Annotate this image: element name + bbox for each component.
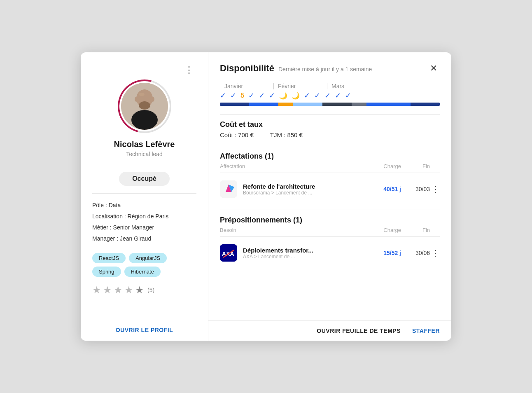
aff-name-0: Refonte de l'architecture (243, 183, 368, 190)
star-count: (5) (147, 287, 154, 293)
aff-more-0[interactable]: ⋮ (430, 184, 440, 194)
cout-value: Coût : 700 € (220, 131, 254, 138)
avatar (121, 83, 168, 130)
info-pole: Pôle : Data (92, 201, 196, 210)
prep-info-0: Déploiements transfor... AXA > Lancement… (243, 247, 368, 260)
week-6: ✓ (269, 91, 275, 100)
divider-2 (92, 193, 196, 194)
week-10: ✓ (314, 91, 320, 100)
th-charge-aff: Charge (368, 163, 401, 169)
info-manager: Manager : Jean Giraud (92, 234, 196, 243)
boursorama-logo (220, 180, 237, 198)
th-besoin: Besoin (220, 227, 368, 233)
more-options-icon[interactable]: ⋮ (182, 64, 196, 76)
calendar-section: Janvier Février Mars ✓ ✓ 5 ✓ ✓ ✓ 🌙 🌙 ✓ ✓… (220, 83, 440, 106)
skills-row: ReactJS AngularJS Spring Hibernate (92, 253, 196, 277)
prep-more-0[interactable]: ⋮ (430, 248, 440, 258)
info-localisation: Localisation : Région de Paris (92, 212, 196, 221)
cout-title: Coût et taux (220, 120, 440, 129)
person-title: Technical lead (126, 151, 163, 157)
profile-card: ⋮ (81, 52, 451, 341)
bar-5 (322, 103, 352, 106)
left-content: ⋮ (81, 52, 208, 319)
axa-logo: AXA (220, 244, 237, 262)
staffer-button[interactable]: STAFFER (412, 328, 440, 334)
right-footer: OUVRIR FEUILLE DE TEMPS STAFFER (208, 320, 451, 341)
left-footer: OUVRIR LE PROFIL (81, 319, 208, 341)
svg-point-3 (131, 110, 158, 130)
prep-sub-0: AXA > Lancement de ... (243, 254, 368, 260)
week-8-moon: 🌙 (292, 92, 300, 100)
star-4: ★ (124, 284, 133, 296)
status-badge: Occupé (119, 172, 170, 186)
tjm-value: TJM : 850 € (270, 131, 303, 138)
th-affectation: Affectation (220, 163, 368, 169)
svg-point-5 (151, 97, 154, 102)
affectations-header: Affectation Charge Fin (220, 163, 440, 173)
color-bar (220, 103, 440, 106)
bar-4 (293, 103, 322, 106)
star-2: ★ (103, 284, 112, 296)
skill-reactjs: ReactJS (92, 253, 126, 263)
avatar-wrap (118, 80, 171, 133)
svg-point-6 (139, 93, 145, 96)
aff-charge-0: 40/51 j (368, 186, 401, 192)
month-janvier: Janvier (220, 83, 273, 89)
prep-title: Prépositionnements (1) (220, 216, 440, 225)
divider-prep (220, 210, 440, 210)
star-1: ★ (92, 284, 101, 296)
month-fevrier: Février (273, 83, 327, 89)
week-12: ✓ (335, 91, 341, 100)
aff-fin-0: 30/03 (401, 186, 430, 192)
week-11: ✓ (324, 91, 331, 100)
last-update: Dernière mise à jour il y a 1 semaine (278, 66, 372, 73)
aff-sub-0: Boursorama > Lancement de ... (243, 190, 368, 196)
left-top-bar: ⋮ (92, 64, 196, 76)
cost-row: Coût : 700 € TJM : 850 € (220, 131, 440, 138)
star-5: ★ (135, 284, 144, 296)
skill-spring: Spring (92, 267, 121, 277)
divider-affectations (220, 146, 440, 146)
week-13: ✓ (345, 91, 351, 100)
right-header: Disponibilité Dernière mise à jour il y … (220, 62, 440, 75)
skill-angularjs: AngularJS (129, 253, 167, 263)
aff-info-0: Refonte de l'architecture Boursorama > L… (243, 183, 368, 196)
th-charge-prep: Charge (368, 227, 401, 233)
info-metier: Métier : Senior Manager (92, 223, 196, 232)
weeks-row: ✓ ✓ 5 ✓ ✓ ✓ 🌙 🌙 ✓ ✓ ✓ ✓ ✓ (220, 91, 440, 100)
th-fin-prep: Fin (401, 227, 430, 233)
week-7-moon: 🌙 (279, 92, 287, 100)
week-2: ✓ (230, 91, 236, 100)
prep-row-0: AXA Déploiements transfor... AXA > Lance… (220, 240, 440, 266)
close-button[interactable]: ✕ (427, 62, 440, 75)
affectations-title: Affectations (1) (220, 152, 440, 161)
open-profile-link[interactable]: OUVRIR LE PROFIL (116, 327, 173, 333)
left-panel: ⋮ (81, 52, 208, 341)
months-row: Janvier Février Mars (220, 83, 440, 89)
prep-charge-0: 15/52 j (368, 250, 401, 256)
cout-section: Coût et taux Coût : 700 € TJM : 850 € (220, 120, 440, 138)
right-panel: Disponibilité Dernière mise à jour il y … (208, 52, 451, 341)
affectation-row-0: Refonte de l'architecture Boursorama > L… (220, 176, 440, 202)
prep-header: Besoin Charge Fin (220, 227, 440, 237)
week-1: ✓ (220, 91, 226, 100)
bar-7 (366, 103, 411, 106)
right-header-left: Disponibilité Dernière mise à jour il y … (220, 63, 372, 74)
affectations-section: Affectations (1) Affectation Charge Fin (220, 152, 440, 202)
bar-6 (352, 103, 366, 106)
prep-name-0: Déploiements transfor... (243, 247, 368, 254)
bar-2 (249, 103, 278, 106)
skill-hibernate: Hibernate (124, 267, 161, 277)
disponibilite-title: Disponibilité (220, 63, 274, 74)
divider-cout (220, 114, 440, 115)
week-3-number: 5 (240, 91, 244, 100)
prep-section: Prépositionnements (1) Besoin Charge Fin… (220, 216, 440, 266)
bar-8 (411, 103, 440, 106)
th-fin-aff: Fin (401, 163, 430, 169)
bar-1 (220, 103, 249, 106)
week-9: ✓ (304, 91, 310, 100)
stars-row: ★ ★ ★ ★ ★ (5) (92, 284, 196, 296)
month-mars: Mars (327, 83, 380, 89)
open-timesheet-button[interactable]: OUVRIR FEUILLE DE TEMPS (317, 328, 401, 334)
prep-fin-0: 30/06 (401, 250, 430, 256)
